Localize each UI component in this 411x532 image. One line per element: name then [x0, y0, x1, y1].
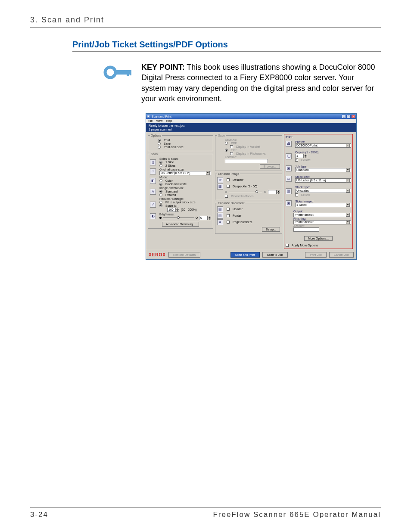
- deskew-label: Deskew: [233, 178, 243, 181]
- collate-check: [295, 159, 298, 162]
- saveas-label: Save As:: [225, 138, 280, 141]
- scan-to-job-button[interactable]: Scan to Job: [262, 252, 288, 258]
- output-label: Output:: [293, 210, 351, 213]
- rule-section: [72, 51, 381, 52]
- scale-spinner[interactable]: 100▴▾: [167, 208, 179, 212]
- scan-group: Scan ▯ Sides to scan: 1 Side 2 Sides ▱ O…: [148, 152, 213, 229]
- display-acrobat-check: [230, 145, 233, 148]
- brightness-slider[interactable]: 0▴▾: [159, 216, 211, 220]
- mode-bw-label: Black and white: [165, 183, 187, 186]
- tiff-radio: [225, 149, 228, 152]
- printer-dropdown[interactable]: DC8000DPprint▾: [295, 143, 351, 148]
- opt-printsave-radio[interactable]: [158, 146, 161, 149]
- menu-help[interactable]: Help: [166, 119, 172, 122]
- deskew-check[interactable]: [227, 178, 230, 181]
- screenshot-scan-and-print: ▣ Scan and Print _ □ × File View Help Re…: [146, 113, 357, 260]
- display-photoworks-label: Display in Photoworks: [236, 152, 266, 155]
- rule-top: [30, 27, 381, 28]
- page-footer: 3-24 FreeFlow Scanner 665E Operator Manu…: [30, 507, 381, 519]
- enhance-document-group: Enhance Document ▤Header ▤Footer #Page n…: [215, 202, 282, 234]
- opt-save-label: Save: [164, 142, 171, 145]
- menu-file[interactable]: File: [148, 119, 153, 122]
- setup-button[interactable]: Setup...: [262, 227, 280, 232]
- close-button[interactable]: ×: [351, 115, 355, 118]
- minimize-button[interactable]: _: [342, 115, 346, 118]
- brightness-icon: ◐: [150, 213, 156, 219]
- copies-icon: ❏: [286, 153, 292, 159]
- brightness-label: Brightness:: [159, 213, 211, 216]
- side2-radio[interactable]: [159, 164, 162, 167]
- stocksize-dropdown[interactable]: US Letter (8.5 x 11 in)▾: [295, 178, 351, 183]
- sides-icon: ▯: [150, 159, 156, 165]
- jobtype-label: Job type:: [295, 165, 351, 168]
- slider-min-icon: [225, 191, 227, 193]
- footer-check[interactable]: [227, 214, 230, 217]
- origsize-value: US Letter (8.5 x 11 in): [161, 171, 190, 174]
- reduce-scale-label: Scale to:: [165, 204, 177, 207]
- mode-color-radio[interactable]: [159, 179, 162, 182]
- jobtype-icon: ▣: [286, 165, 292, 171]
- output-dropdown[interactable]: Printer default▾: [293, 213, 351, 217]
- print-legend: Print: [286, 136, 351, 139]
- side1-radio[interactable]: [159, 161, 162, 164]
- reduce-label: Reduce / Enlarge:: [159, 197, 197, 200]
- account-field: [293, 227, 319, 232]
- protect-halftones-label: Protect halftones: [231, 195, 254, 198]
- header-check[interactable]: [227, 208, 230, 211]
- pagenum-icon: #: [217, 219, 223, 225]
- account-label: Account:: [293, 224, 351, 227]
- reduce-scale-radio[interactable]: [159, 204, 162, 207]
- opt-print-radio[interactable]: [158, 139, 161, 142]
- brightness-value: 0: [199, 216, 208, 220]
- slider-max-icon: [264, 191, 266, 193]
- orient-label: Image orientation:: [159, 187, 184, 190]
- keypoint-label: KEY POINT:: [141, 63, 185, 72]
- opt-save-radio[interactable]: [158, 142, 161, 145]
- mode-bw-radio[interactable]: [159, 183, 162, 186]
- origsize-label: Original page size:: [159, 168, 211, 171]
- more-options-button[interactable]: More Options...: [304, 236, 333, 241]
- display-acrobat-label: Display in Acrobat: [236, 145, 260, 148]
- despeckle-slider[interactable]: ▴▾: [225, 190, 280, 194]
- jobtype-dropdown[interactable]: Standard▾: [295, 168, 351, 172]
- copies-spinner[interactable]: 1▴▾: [295, 154, 307, 158]
- finishing-label: Finishing:: [293, 217, 351, 220]
- finishing-value: Printer default: [295, 221, 314, 224]
- side2-label: 2 Sides: [165, 164, 175, 167]
- window-titlebar: ▣ Scan and Print _ □ ×: [146, 114, 356, 119]
- printer-icon: 🖶: [286, 141, 292, 147]
- pagenum-label: Page numbers: [233, 221, 252, 224]
- sides-label: Sides to scan:: [159, 157, 178, 160]
- footer-bar: XEROX Restore Defaults Scan and Print Sc…: [146, 250, 356, 259]
- enhdoc-legend: Enhance Document: [217, 202, 245, 205]
- print-panel: Print 🖶 Printer: DC8000DPprint▾ ❏ Copies…: [284, 134, 353, 249]
- scan-and-print-button[interactable]: Scan and Print: [230, 252, 260, 258]
- app-icon: ▣: [147, 115, 150, 118]
- advanced-scanning-button[interactable]: Advanced Scanning...: [162, 222, 199, 227]
- xerox-logo: XEROX: [149, 252, 166, 257]
- restore-defaults-button[interactable]: Restore Defaults: [168, 252, 200, 258]
- apply-more-label: Apply More Options: [292, 244, 318, 247]
- finishing-dropdown[interactable]: Printer default▾: [293, 220, 351, 224]
- page-number: 3-24: [30, 510, 48, 519]
- despeckle-check[interactable]: [227, 185, 230, 188]
- orient-rot-radio[interactable]: [159, 193, 162, 196]
- sidesimaged-icon: ▣: [286, 200, 292, 206]
- origsize-dropdown[interactable]: US Letter (8.5 x 11 in)▾: [159, 171, 211, 175]
- reduce-fit-radio[interactable]: [159, 201, 162, 204]
- sidesimaged-dropdown[interactable]: 1 Sided▾: [295, 203, 351, 207]
- maximize-button[interactable]: □: [346, 115, 351, 118]
- deskew-icon: ▱: [217, 177, 223, 183]
- book-title: FreeFlow Scanner 665E Operator Manual: [213, 510, 381, 519]
- stocktype-dropdown[interactable]: Uncoated▾: [295, 189, 351, 193]
- header-icon: ▤: [217, 206, 223, 212]
- menu-view[interactable]: View: [156, 119, 162, 122]
- orient-std-radio[interactable]: [159, 190, 162, 193]
- options-group: Options Print Save Print and Save: [148, 134, 213, 151]
- running-head: 3. Scan and Print: [30, 16, 381, 25]
- pagenum-check[interactable]: [227, 221, 230, 224]
- save-group: Save Save As: PDF Display in Acrobat TIF…: [215, 134, 282, 171]
- scan-legend: Scan: [150, 152, 159, 156]
- apply-more-check[interactable]: [286, 244, 289, 247]
- copies-label: Copies (1 - 9999):: [295, 151, 351, 154]
